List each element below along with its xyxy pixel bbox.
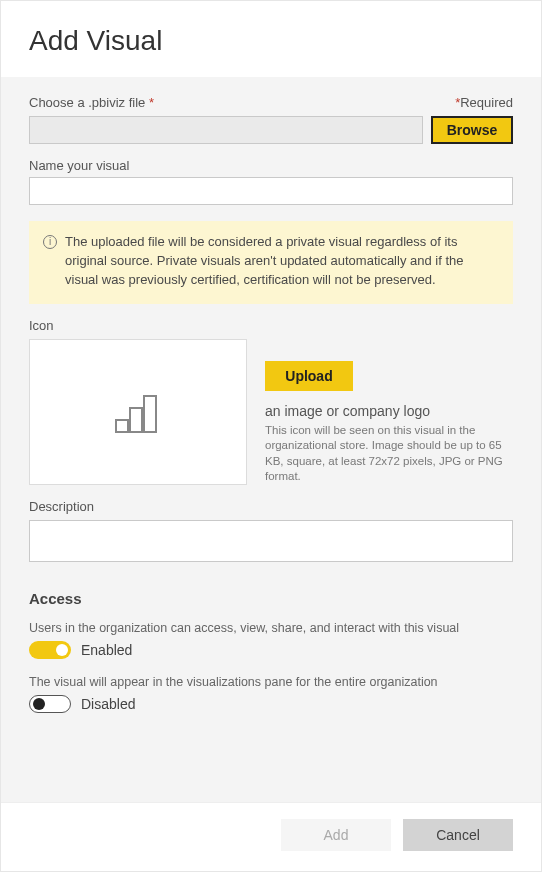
- visual-name-input[interactable]: [29, 177, 513, 205]
- description-input[interactable]: [29, 520, 513, 562]
- info-text: The uploaded file will be considered a p…: [65, 233, 499, 290]
- icon-label: Icon: [29, 318, 513, 333]
- description-label: Description: [29, 499, 513, 514]
- access-item2-state: Disabled: [81, 696, 135, 712]
- icon-preview: [29, 339, 247, 485]
- choose-file-label: Choose a .pbiviz file *: [29, 95, 154, 110]
- cancel-button[interactable]: Cancel: [403, 819, 513, 851]
- svg-rect-1: [130, 408, 142, 432]
- upload-button[interactable]: Upload: [265, 361, 353, 391]
- visualizations-pane-toggle[interactable]: [29, 695, 71, 713]
- name-visual-label: Name your visual: [29, 158, 513, 173]
- bar-chart-icon: [110, 390, 166, 434]
- page-title: Add Visual: [29, 25, 513, 57]
- required-asterisk-icon: *: [149, 95, 154, 110]
- dialog-header: Add Visual: [1, 1, 541, 77]
- pbiviz-file-input[interactable]: [29, 116, 423, 144]
- browse-button[interactable]: Browse: [431, 116, 513, 144]
- svg-rect-0: [116, 420, 128, 432]
- dialog-body: Choose a .pbiviz file * *Required Browse…: [1, 77, 541, 802]
- icon-hint: This icon will be seen on this visual in…: [265, 423, 513, 485]
- access-item2-desc: The visual will appear in the visualizat…: [29, 675, 513, 689]
- access-heading: Access: [29, 590, 513, 607]
- icon-caption: an image or company logo: [265, 403, 513, 419]
- access-item1-state: Enabled: [81, 642, 132, 658]
- access-enabled-toggle[interactable]: [29, 641, 71, 659]
- info-banner: i The uploaded file will be considered a…: [29, 221, 513, 304]
- info-icon: i: [43, 235, 57, 249]
- access-item1-desc: Users in the organization can access, vi…: [29, 621, 513, 635]
- add-button[interactable]: Add: [281, 819, 391, 851]
- required-legend: *Required: [455, 95, 513, 110]
- dialog-footer: Add Cancel: [1, 802, 541, 871]
- svg-rect-2: [144, 396, 156, 432]
